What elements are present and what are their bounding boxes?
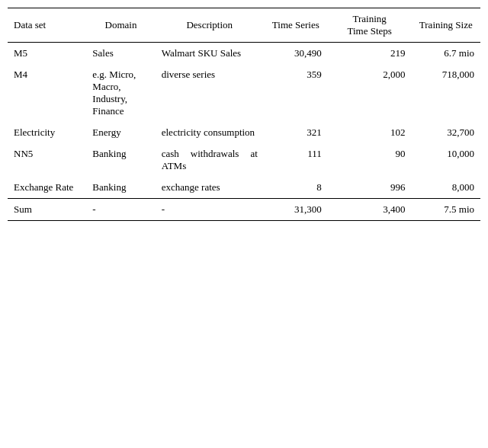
header-dataset: Data set [8,8,86,43]
cell-trainsteps: 996 [328,177,412,199]
cell-trainsize: 6.7 mio [412,43,480,65]
cell-trainsize: 10,000 [412,143,480,177]
cell-dataset: M5 [8,43,86,65]
header-description: Description [156,8,264,43]
table-row: M5 Sales Walmart SKU Sales 30,490 219 6.… [8,43,480,65]
header-domain: Domain [86,8,155,43]
cell-description: Walmart SKU Sales [156,43,264,65]
cell-description: diverse series [156,64,264,122]
cell-timeseries: 8 [264,177,328,199]
footer-description: - [156,199,264,221]
footer-label: Sum [8,199,86,221]
cell-description: electricity consumption [156,122,264,143]
cell-dataset: NN5 [8,143,86,177]
cell-dataset: M4 [8,64,86,122]
cell-trainsteps: 102 [328,122,412,143]
cell-timeseries: 321 [264,122,328,143]
cell-dataset: Electricity [8,122,86,143]
cell-domain: Banking [86,143,155,177]
table-row: Exchange Rate Banking exchange rates 8 9… [8,177,480,199]
footer-row: Sum - - 31,300 3,400 7.5 mio [8,199,480,221]
cell-timeseries: 111 [264,143,328,177]
cell-dataset: Exchange Rate [8,177,86,199]
cell-domain: e.g. Micro, Macro, Industry, Finance [86,64,155,122]
cell-domain: Banking [86,177,155,199]
cell-trainsteps: 90 [328,143,412,177]
header-trainsteps: Training Time Steps [328,8,412,43]
table-container: Data set Domain Description Time Series … [8,8,480,221]
table-row: Electricity Energy electricity consumpti… [8,122,480,143]
cell-timeseries: 30,490 [264,43,328,65]
footer-domain: - [86,199,155,221]
table-row: NN5 Banking cash withdrawals at ATMs 111… [8,143,480,177]
cell-timeseries: 359 [264,64,328,122]
header-timeseries: Time Series [264,8,328,43]
cell-trainsize: 8,000 [412,177,480,199]
cell-domain: Sales [86,43,155,65]
footer-trainsize: 7.5 mio [412,199,480,221]
cell-trainsize: 32,700 [412,122,480,143]
cell-description: exchange rates [156,177,264,199]
header-row: Data set Domain Description Time Series … [8,8,480,43]
cell-trainsteps: 219 [328,43,412,65]
table-row: M4 e.g. Micro, Macro, Industry, Finance … [8,64,480,122]
cell-trainsize: 718,000 [412,64,480,122]
cell-description: cash withdrawals at ATMs [156,143,264,177]
cell-trainsteps: 2,000 [328,64,412,122]
data-table: Data set Domain Description Time Series … [8,8,480,221]
header-trainsize: Training Size [412,8,480,43]
footer-trainsteps: 3,400 [328,199,412,221]
footer-timeseries: 31,300 [264,199,328,221]
cell-domain: Energy [86,122,155,143]
